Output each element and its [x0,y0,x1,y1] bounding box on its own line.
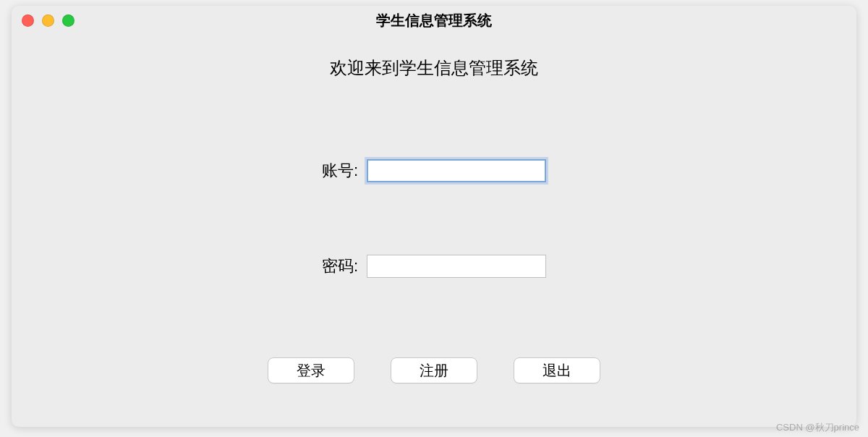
minimize-icon[interactable] [42,14,54,27]
account-row: 账号: [12,159,856,182]
login-button[interactable]: 登录 [268,357,354,383]
register-button[interactable]: 注册 [391,357,477,383]
account-input[interactable] [367,159,546,182]
password-input[interactable] [367,255,546,278]
button-row: 登录 注册 退出 [268,357,600,383]
close-icon[interactable] [22,14,34,27]
password-row: 密码: [12,255,856,278]
titlebar: 学生信息管理系统 [12,6,856,35]
password-label: 密码: [322,255,358,277]
content-area: 欢迎来到学生信息管理系统 账号: 密码: 登录 注册 退出 [12,35,856,383]
maximize-icon[interactable] [62,14,75,27]
window-title: 学生信息管理系统 [376,11,492,30]
account-label: 账号: [322,160,358,182]
app-window: 学生信息管理系统 欢迎来到学生信息管理系统 账号: 密码: 登录 注册 退出 [12,6,856,427]
exit-button[interactable]: 退出 [514,357,600,383]
watermark: CSDN @秋刀prince [776,421,859,434]
welcome-heading: 欢迎来到学生信息管理系统 [330,56,538,80]
traffic-lights [22,14,75,27]
